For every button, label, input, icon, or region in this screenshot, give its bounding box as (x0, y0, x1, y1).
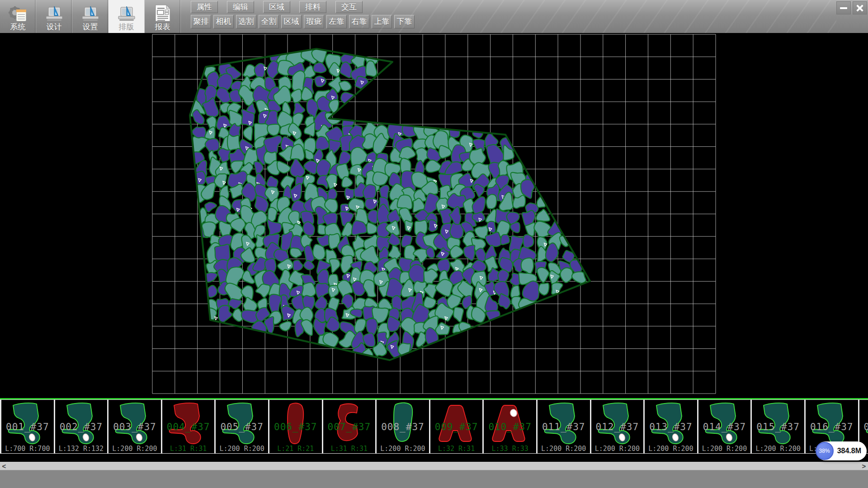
settings-icon (80, 0, 101, 22)
tool-button-2[interactable]: 相机 (213, 15, 234, 28)
piece-thumbnail-011_#37[interactable]: 011_#37L:200 R:200 (538, 400, 591, 453)
window-controls (836, 1, 867, 14)
layout-icon (116, 0, 137, 22)
tool-button-1[interactable]: 聚排 (191, 15, 211, 28)
memory-value: 384.8M (837, 447, 861, 455)
piece-name: 005_#37 (216, 422, 268, 432)
piece-name: 014_#37 (698, 422, 751, 432)
status-bar (0, 470, 868, 488)
tool-row: 聚排相机选割全割区域瑕疵左靠右靠上靠下靠 (191, 15, 415, 28)
system-icon (7, 0, 29, 22)
progress-circle: 38% (816, 442, 834, 460)
nav-tab-1[interactable]: 系统 (0, 0, 36, 33)
piece-thumbnail-009_#37[interactable]: 009_#37L:32 R:31 (430, 400, 484, 453)
piece-lr-count: L:132 R:132 (55, 445, 108, 453)
menu-item-3[interactable]: 区域 (263, 1, 290, 13)
app-window: 系统设计设置排版报表 属性编辑区域排料交互 聚排相机选割全割区域瑕疵左靠右靠上靠… (0, 0, 868, 488)
close-icon (856, 5, 863, 12)
piece-name: 013_#37 (645, 422, 697, 432)
piece-name: 004_#37 (162, 422, 215, 432)
piece-thumbnail-003_#37[interactable]: 003_#37L:200 R:200 (108, 400, 162, 453)
piece-name: 006_#37 (269, 422, 322, 432)
toolbar: 系统设计设置排版报表 属性编辑区域排料交互 聚排相机选割全割区域瑕疵左靠右靠上靠… (0, 0, 868, 33)
piece-name: 012_#37 (591, 422, 644, 432)
report-icon (152, 0, 174, 22)
tool-button-9[interactable]: 上靠 (372, 15, 392, 28)
nav-tab-label: 设计 (47, 22, 62, 32)
piece-thumbnail-001_#37[interactable]: 001_#37L:700 R:700 (1, 400, 55, 453)
piece-lr-count: L:700 R:700 (1, 445, 54, 453)
progress-percent: 38% (819, 448, 830, 454)
menu-item-4[interactable]: 排料 (299, 1, 326, 13)
menu-item-1[interactable]: 属性 (191, 1, 218, 13)
piece-name: 008_#37 (377, 422, 429, 432)
nav-tab-5[interactable]: 报表 (145, 0, 181, 33)
nested-pieces (190, 46, 586, 362)
piece-name: 015_#37 (752, 422, 804, 432)
piece-thumbnail-012_#37[interactable]: 012_#37L:200 R:200 (591, 400, 645, 453)
piece-thumbnail-007_#37[interactable]: 007_#37L:31 R:31 (323, 400, 377, 453)
piece-lr-count: L:200 R:200 (752, 445, 804, 453)
horizontal-scrollbar[interactable]: < > (0, 462, 868, 470)
piece-lr-count: L:200 R:200 (108, 445, 161, 453)
piece-lr-count: L:200 R:200 (216, 445, 268, 453)
tool-button-10[interactable]: 下靠 (394, 15, 415, 28)
strip-gap (0, 454, 868, 462)
tool-button-6[interactable]: 瑕疵 (304, 15, 324, 28)
scroll-left-arrow[interactable]: < (0, 462, 8, 470)
piece-lr-count: L:32 R:31 (430, 445, 483, 453)
scroll-right-arrow[interactable]: > (860, 462, 868, 470)
piece-thumbnail-014_#37[interactable]: 014_#37L:200 R:200 (698, 400, 752, 453)
minimize-button[interactable] (836, 1, 851, 14)
piece-name: 011_#37 (538, 422, 590, 432)
design-icon (43, 0, 65, 22)
menu-row: 属性编辑区域排料交互 (191, 1, 363, 13)
tool-button-5[interactable]: 区域 (281, 15, 302, 28)
piece-lr-count: L:31 R:31 (162, 445, 215, 453)
piece-lr-count: L:200 R:200 (377, 445, 429, 453)
tool-button-3[interactable]: 选割 (236, 15, 256, 28)
piece-thumbnail-002_#37[interactable]: 002_#37L:132 R:132 (55, 400, 109, 453)
piece-lr-count: L:200 R:200 (591, 445, 644, 453)
piece-lr-count: L:31 R:31 (323, 445, 376, 453)
piece-name: 007_#37 (323, 422, 376, 432)
piece-name: 009_#37 (430, 422, 483, 432)
piece-lr-count: L:33 R:33 (484, 445, 536, 453)
piece-thumbnail-strip: 001_#37L:700 R:700002_#37L:132 R:132003_… (0, 399, 868, 454)
nav-tabs: 系统设计设置排版报表 (0, 0, 181, 33)
nav-tab-label: 报表 (155, 22, 170, 32)
tool-button-8[interactable]: 右靠 (349, 15, 369, 28)
piece-thumbnail-008_#37[interactable]: 008_#37L:200 R:200 (377, 400, 430, 453)
nav-tab-label: 设置 (83, 22, 98, 32)
menu-item-2[interactable]: 编辑 (227, 1, 254, 13)
piece-lr-count: L:200 R:200 (538, 445, 590, 453)
piece-name: 001_#37 (1, 422, 54, 432)
close-button[interactable] (853, 1, 867, 14)
piece-name: 002_#37 (55, 422, 108, 432)
tool-button-7[interactable]: 左靠 (326, 15, 347, 28)
memory-badge[interactable]: 38% 384.8M (816, 441, 867, 460)
piece-name: 017_#37 (859, 422, 868, 432)
piece-name: 003_#37 (108, 422, 161, 432)
canvas-svg (0, 33, 868, 398)
piece-lr-count: L:200 R:200 (645, 445, 697, 453)
nav-tab-2[interactable]: 设计 (36, 0, 72, 33)
piece-lr-count: L:200 R:200 (698, 445, 751, 453)
piece-thumbnail-015_#37[interactable]: 015_#37L:200 R:200 (752, 400, 806, 453)
nav-tab-4[interactable]: 排版 (108, 0, 145, 33)
nesting-canvas[interactable] (0, 33, 868, 398)
piece-name: 016_#37 (806, 422, 858, 432)
piece-thumbnail-010_#37[interactable]: 010_#37L:33 R:33 (484, 400, 538, 453)
nav-tab-3[interactable]: 设置 (72, 0, 108, 33)
menu-item-5[interactable]: 交互 (335, 1, 363, 13)
nav-tab-label: 排版 (119, 22, 134, 32)
piece-thumbnail-005_#37[interactable]: 005_#37L:200 R:200 (216, 400, 269, 453)
nav-tab-label: 系统 (10, 22, 26, 32)
minimize-icon (840, 7, 847, 9)
piece-thumbnail-004_#37[interactable]: 004_#37L:31 R:31 (162, 400, 216, 453)
piece-thumbnail-006_#37[interactable]: 006_#37L:21 R:21 (269, 400, 323, 453)
piece-name: 010_#37 (484, 422, 536, 432)
tool-button-4[interactable]: 全割 (259, 15, 279, 28)
piece-thumbnail-013_#37[interactable]: 013_#37L:200 R:200 (645, 400, 698, 453)
piece-lr-count: L:21 R:21 (269, 445, 322, 453)
